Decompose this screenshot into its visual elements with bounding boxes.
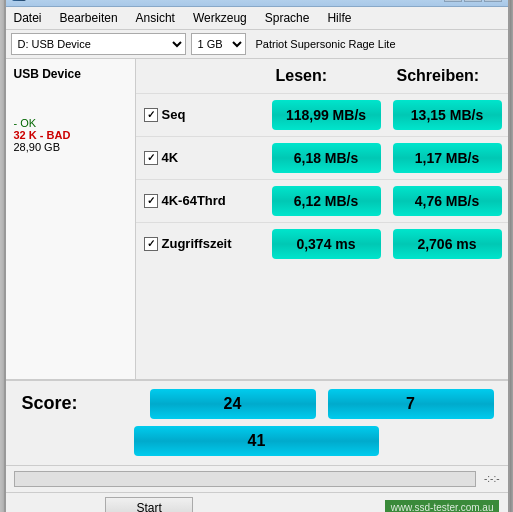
score-read-val: 24 [150, 389, 316, 419]
watermark: www.ssd-tester.com.au [385, 500, 500, 512]
main-window: A AS SSD Benchmark 2.0.7316.34247 — □ ✕ … [4, 0, 510, 512]
device-name: USB Device [14, 67, 127, 81]
table-row: ✓ 4K 6,18 MB/s 1,17 MB/s [136, 136, 508, 179]
size-select[interactable]: 1 GB [191, 33, 246, 55]
progress-time: -:-:- [484, 473, 500, 484]
main-content: USB Device - OK 32 K - BAD 28,90 GB Lese… [6, 59, 508, 380]
col-header-schreiben: Schreiben: [387, 59, 508, 93]
access-write-val: 2,706 ms [393, 229, 502, 259]
score-section: Score: 24 7 41 [6, 380, 508, 465]
device-size: 28,90 GB [14, 141, 127, 153]
status-ok: - OK [14, 117, 127, 129]
col-header-empty [136, 59, 266, 93]
start-button[interactable]: Start [105, 497, 192, 513]
device-label: Patriot Supersonic Rage Lite [251, 38, 503, 50]
menu-sprache[interactable]: Sprache [261, 9, 314, 27]
seq-label: ✓ Seq [136, 107, 266, 122]
close-button[interactable]: ✕ [484, 0, 502, 2]
table-row: ✓ Zugriffszeit 0,374 ms 2,706 ms [136, 222, 508, 265]
results-area: Lesen: Schreiben: ✓ Seq 118,99 MB/s 13,1… [136, 59, 508, 379]
4k-label: ✓ 4K [136, 150, 266, 165]
4k64-checkbox[interactable]: ✓ [144, 194, 158, 208]
4k-checkbox[interactable]: ✓ [144, 151, 158, 165]
4k64-read-val: 6,12 MB/s [272, 186, 381, 216]
menu-hilfe[interactable]: Hilfe [323, 9, 355, 27]
menu-bar: Datei Bearbeiten Ansicht Werkzeug Sprach… [6, 7, 508, 30]
menu-ansicht[interactable]: Ansicht [132, 9, 179, 27]
4k64-label: ✓ 4K-64Thrd [136, 193, 266, 208]
score-total-val: 41 [134, 426, 379, 456]
status-bad: 32 K - BAD [14, 129, 127, 141]
menu-bearbeiten[interactable]: Bearbeiten [56, 9, 122, 27]
col-header-lesen: Lesen: [266, 59, 387, 93]
score-label: Score: [14, 393, 144, 414]
maximize-button[interactable]: □ [464, 0, 482, 2]
title-controls: — □ ✕ [444, 0, 502, 2]
score-row: Score: 24 7 [14, 386, 500, 422]
score-total-row: 41 [14, 426, 500, 460]
access-checkbox[interactable]: ✓ [144, 237, 158, 251]
table-row: ✓ 4K-64Thrd 6,12 MB/s 4,76 MB/s [136, 179, 508, 222]
title-bar-left: A AS SSD Benchmark 2.0.7316.34247 [12, 0, 214, 1]
drive-select[interactable]: D: USB Device [11, 33, 186, 55]
seq-checkbox[interactable]: ✓ [144, 108, 158, 122]
minimize-button[interactable]: — [444, 0, 462, 2]
4k-read-val: 6,18 MB/s [272, 143, 381, 173]
table-row: ✓ Seq 118,99 MB/s 13,15 MB/s [136, 93, 508, 136]
toolbar: D: USB Device 1 GB Patriot Supersonic Ra… [6, 30, 508, 59]
menu-werkzeug[interactable]: Werkzeug [189, 9, 251, 27]
access-read-val: 0,374 ms [272, 229, 381, 259]
results-header: Lesen: Schreiben: [136, 59, 508, 93]
progress-area: -:-:- [6, 465, 508, 492]
seq-read-val: 118,99 MB/s [272, 100, 381, 130]
seq-write-val: 13,15 MB/s [393, 100, 502, 130]
bottom-bar: Start www.ssd-tester.com.au [6, 492, 508, 513]
app-icon: A [12, 0, 26, 1]
4k-write-val: 1,17 MB/s [393, 143, 502, 173]
score-write-val: 7 [328, 389, 494, 419]
access-label: ✓ Zugriffszeit [136, 236, 266, 251]
left-panel: USB Device - OK 32 K - BAD 28,90 GB [6, 59, 136, 379]
progress-bar [14, 471, 476, 487]
bench-rows: ✓ Seq 118,99 MB/s 13,15 MB/s ✓ 4K 6,18 M… [136, 93, 508, 265]
menu-datei[interactable]: Datei [10, 9, 46, 27]
4k64-write-val: 4,76 MB/s [393, 186, 502, 216]
